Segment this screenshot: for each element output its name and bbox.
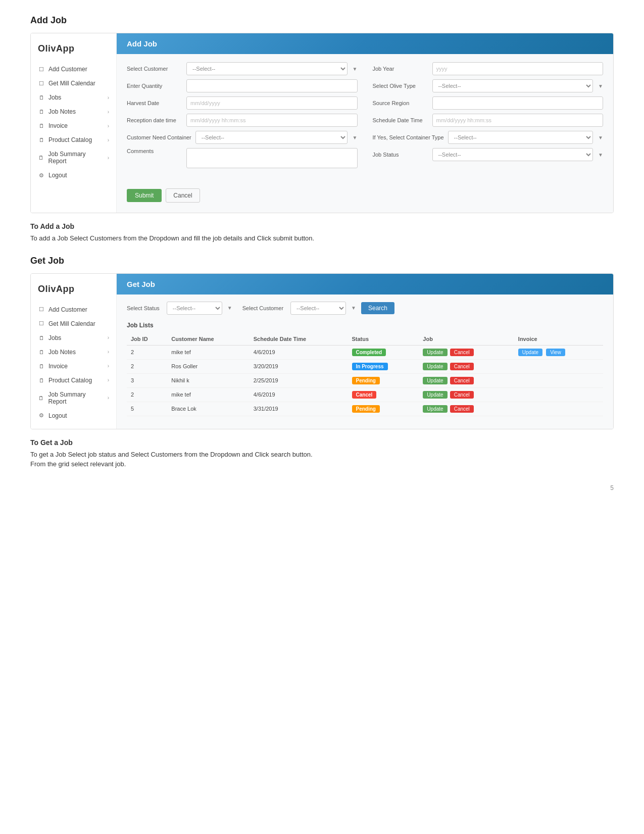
col-customer-name: Customer Name <box>167 333 249 346</box>
dropdown-arrow: ▼ <box>598 152 603 158</box>
sidebar-item-label: Invoice <box>48 122 68 129</box>
invoice-icon: 🗒 <box>38 363 45 370</box>
sidebar-item-logout-2[interactable]: ⚙ Logout <box>31 409 116 423</box>
arrow-icon: › <box>108 95 109 101</box>
add-job-actions: Submit Cancel <box>117 180 613 213</box>
schedule-date-label: Schedule Date Time <box>373 117 428 123</box>
sidebar-item-add-customer-2[interactable]: ☐ Add Customer <box>31 303 116 317</box>
sidebar-item-job-summary-report[interactable]: 🗒 Job Summary Report › <box>31 147 116 168</box>
cell-job-id: 2 <box>127 345 167 359</box>
select-customer-select[interactable]: --Select-- <box>186 62 348 75</box>
customer-need-container-select[interactable]: --Select-- <box>195 131 348 144</box>
sidebar-item-jobs[interactable]: 🗒 Jobs › <box>31 90 116 105</box>
cell-job-id: 3 <box>127 373 167 387</box>
cancel-job-button[interactable]: Cancel <box>450 377 474 384</box>
cancel-job-button[interactable]: Cancel <box>450 391 474 399</box>
dropdown-arrow: ▼ <box>351 305 356 311</box>
status-badge: Pending <box>352 405 380 413</box>
search-button[interactable]: Search <box>361 302 394 314</box>
sidebar-item-jobs-2[interactable]: 🗒 Jobs › <box>31 331 116 345</box>
comments-textarea[interactable] <box>186 148 358 168</box>
get-job-description: To Get a Job To get a Job Select job sta… <box>30 438 614 469</box>
select-status-select[interactable]: --Select-- <box>167 302 222 315</box>
sidebar-item-get-mill-calendar-2[interactable]: ☐ Get Mill Calendar <box>31 317 116 331</box>
jobs-icon: 🗒 <box>38 94 45 101</box>
cell-schedule: 3/31/2019 <box>250 402 348 416</box>
sidebar-item-job-summary-report-2[interactable]: 🗒 Job Summary Report › <box>31 387 116 409</box>
logout-icon: ⚙ <box>38 172 45 179</box>
status-badge: In Progress <box>352 363 388 370</box>
arrow-icon: › <box>108 137 109 143</box>
cancel-job-button[interactable]: Cancel <box>450 405 474 413</box>
sidebar-item-label: Product Catalog <box>48 377 92 384</box>
sidebar-item-label: Jobs <box>48 334 61 341</box>
get-job-header: Get Job <box>117 274 613 295</box>
submit-button[interactable]: Submit <box>127 189 162 202</box>
sidebar-item-product-catalog-2[interactable]: 🗒 Product Catalog › <box>31 373 116 387</box>
sidebar-item-get-mill-calendar[interactable]: ☐ Get Mill Calendar <box>31 76 116 90</box>
sidebar-item-add-customer[interactable]: ☐ Add Customer <box>31 62 116 76</box>
col-status: Status <box>348 333 419 346</box>
sidebar-item-product-catalog[interactable]: 🗒 Product Catalog › <box>31 133 116 147</box>
get-job-logo: OlivApp <box>31 280 116 303</box>
cell-customer-name: mike tef <box>167 345 249 359</box>
sidebar-item-job-notes[interactable]: 🗒 Job Notes › <box>31 105 116 119</box>
add-job-title: Add Job <box>30 15 614 26</box>
sidebar-item-label: Add Customer <box>48 306 87 313</box>
sidebar-item-label: Get Mill Calendar <box>48 80 95 87</box>
cell-job-id: 5 <box>127 402 167 416</box>
schedule-date-input[interactable] <box>432 114 604 127</box>
add-job-main: Add Job Select Customer --Select-- ▼ Ent… <box>117 33 613 213</box>
cancel-job-button[interactable]: Cancel <box>450 349 474 356</box>
checkbox-icon: ☐ <box>38 306 45 313</box>
cell-customer-name: Brace Lok <box>167 402 249 416</box>
select-status-label: Select Status <box>127 305 160 311</box>
status-badge: Pending <box>352 377 380 384</box>
if-yes-select[interactable]: --Select-- <box>448 131 593 144</box>
sidebar-item-label: Job Notes <box>48 349 76 356</box>
arrow-icon: › <box>108 155 109 161</box>
job-year-input[interactable] <box>432 62 604 75</box>
dropdown-arrow: ▼ <box>227 305 232 311</box>
sidebar-item-invoice-2[interactable]: 🗒 Invoice › <box>31 359 116 373</box>
update-button[interactable]: Update <box>423 377 447 384</box>
reception-date-input[interactable] <box>186 114 358 127</box>
get-job-sidebar: OlivApp ☐ Add Customer ☐ Get Mill Calend… <box>31 274 117 429</box>
sidebar-item-job-notes-2[interactable]: 🗒 Job Notes › <box>31 345 116 359</box>
update-button[interactable]: Update <box>423 349 447 356</box>
invoice-icon: 🗒 <box>38 122 45 129</box>
invoice-update-button[interactable]: Update <box>518 349 542 356</box>
get-job-main: Get Job Select Status --Select-- ▼ Selec… <box>117 274 613 429</box>
sidebar-item-invoice[interactable]: 🗒 Invoice › <box>31 119 116 133</box>
select-olive-type-select[interactable]: --Select-- <box>432 79 593 92</box>
customer-need-container-label: Customer Need Container <box>127 134 191 140</box>
arrow-icon: › <box>108 395 109 401</box>
cancel-job-button[interactable]: Cancel <box>450 363 474 370</box>
enter-quantity-input[interactable] <box>186 79 358 92</box>
select-customer-select-2[interactable]: --Select-- <box>290 302 346 315</box>
update-button[interactable]: Update <box>423 405 447 413</box>
cell-status: Pending <box>348 402 419 416</box>
logout-icon: ⚙ <box>38 412 45 419</box>
cell-schedule: 3/20/2019 <box>250 359 348 373</box>
sidebar-item-label: Logout <box>48 412 67 419</box>
source-region-input[interactable] <box>432 96 604 110</box>
col-job: Job <box>419 333 514 346</box>
add-job-form: Select Customer --Select-- ▼ Enter Quant… <box>117 54 613 180</box>
jobs-icon: 🗒 <box>38 334 45 341</box>
harvest-date-input[interactable] <box>186 96 358 110</box>
update-button[interactable]: Update <box>423 363 447 370</box>
sidebar-item-logout[interactable]: ⚙ Logout <box>31 168 116 182</box>
arrow-icon: › <box>108 349 109 355</box>
cell-invoice <box>514 373 603 387</box>
update-button[interactable]: Update <box>423 391 447 399</box>
view-button[interactable]: View <box>546 349 565 356</box>
cell-customer-name: mike tef <box>167 387 249 402</box>
cell-job: Update Cancel <box>419 387 514 402</box>
job-status-select[interactable]: --Select-- <box>432 148 593 161</box>
notes-icon: 🗒 <box>38 108 45 115</box>
cancel-button[interactable]: Cancel <box>166 188 200 203</box>
table-row: 3 Nikhil k 2/25/2019 Pending Update Canc… <box>127 373 603 387</box>
add-job-logo: OlivApp <box>31 39 116 62</box>
table-row: 2 mike tef 4/6/2019 Completed Update Can… <box>127 345 603 359</box>
